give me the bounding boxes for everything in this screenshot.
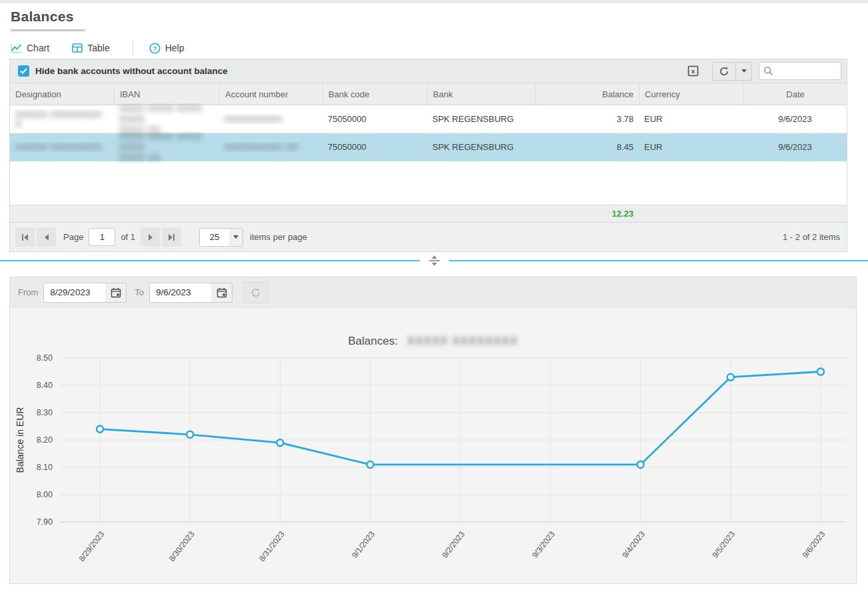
- excel-export-icon: x: [687, 65, 699, 77]
- hide-empty-accounts-checkbox[interactable]: [18, 65, 29, 77]
- page-size-value: 25: [200, 229, 229, 246]
- y-axis-tick-label: 8.00: [37, 490, 53, 499]
- splitter-line: [449, 260, 868, 261]
- currency-cell: EUR: [639, 142, 743, 152]
- page-label: Page: [63, 232, 83, 242]
- search-input[interactable]: [777, 66, 837, 76]
- table-row[interactable]: XXXXX XXXXXXXX X XXXX XXXX XXXX XXXX XXX…: [10, 105, 847, 133]
- page-size-select[interactable]: 25: [199, 228, 243, 247]
- grid-header-row: Designation IBAN Account number Bank cod…: [10, 83, 847, 105]
- page-number-input[interactable]: [89, 228, 115, 246]
- top-divider: [0, 0, 868, 3]
- refresh-options-button[interactable]: [735, 63, 751, 80]
- x-axis-tick-label: 9/6/2023: [801, 529, 827, 560]
- pager-info: 1 - 2 of 2 items: [783, 232, 840, 242]
- first-page-button[interactable]: [15, 227, 35, 247]
- calendar-icon: [111, 287, 121, 298]
- page-title: Balances: [11, 9, 74, 25]
- last-page-button[interactable]: [162, 227, 181, 247]
- balance-cell: 3.78: [535, 114, 639, 124]
- bank-code-cell: 75050000: [322, 114, 427, 124]
- column-header-iban[interactable]: IBAN: [114, 83, 219, 105]
- column-header-balance[interactable]: Balance: [535, 83, 639, 105]
- chart-data-point[interactable]: [187, 431, 193, 438]
- balance-sum: 12.23: [612, 209, 634, 219]
- date-cell: 9/6/2023: [743, 114, 847, 124]
- next-page-button[interactable]: [141, 227, 160, 247]
- refresh-grid-button[interactable]: [713, 63, 735, 80]
- previous-page-button[interactable]: [37, 227, 56, 247]
- from-date-picker: [43, 283, 127, 303]
- items-per-page-label: items per page: [250, 232, 307, 242]
- title-underline: [11, 29, 85, 31]
- from-date-input[interactable]: [44, 283, 105, 302]
- table-icon: [72, 43, 83, 53]
- x-axis-tick-label: 8/31/2023: [257, 529, 286, 563]
- y-axis-title: Balance in EUR: [15, 407, 25, 473]
- balances-grid-panel: Hide bank accounts without account balan…: [9, 59, 847, 252]
- chart-data-point[interactable]: [277, 439, 284, 446]
- grid-search-box: [759, 62, 841, 80]
- bank-cell: SPK REGENSBURG: [427, 142, 535, 152]
- column-header-currency[interactable]: Currency: [639, 83, 743, 105]
- chart-data-point[interactable]: [638, 461, 644, 468]
- chart-data-point[interactable]: [97, 426, 103, 433]
- hide-empty-accounts-label[interactable]: Hide bank accounts without account balan…: [35, 66, 228, 76]
- tab-help[interactable]: ? Help: [149, 43, 185, 54]
- search-icon: [763, 66, 773, 76]
- grid-sum-row: 12.23: [10, 205, 847, 223]
- column-header-designation[interactable]: Designation: [10, 83, 114, 105]
- iban-redacted-line1: XXXX XXXX XXXX XXXX: [119, 131, 214, 153]
- table-row-selected[interactable]: XXXXX XXXXXXXX XXXX XXXX XXXX XXXX XXXX …: [10, 133, 847, 161]
- line-chart-icon: [11, 43, 22, 53]
- column-header-bank[interactable]: Bank: [427, 83, 535, 105]
- export-excel-button[interactable]: x: [683, 63, 703, 80]
- to-date-picker: [149, 283, 232, 303]
- bank-cell: SPK REGENSBURG: [427, 114, 535, 124]
- tab-help-label: Help: [165, 43, 185, 53]
- splitter-line: [0, 260, 420, 261]
- svg-text:x: x: [691, 67, 695, 75]
- chevron-down-icon: [233, 235, 238, 239]
- x-axis-tick-label: 9/4/2023: [620, 529, 647, 560]
- panel-splitter: [0, 255, 868, 267]
- column-header-account-number[interactable]: Account number: [219, 83, 322, 105]
- currency-cell: EUR: [639, 114, 743, 124]
- splitter-handle[interactable]: [420, 255, 449, 266]
- column-header-bank-code[interactable]: Bank code: [322, 83, 427, 105]
- chart-data-point[interactable]: [367, 461, 374, 468]
- resize-up-icon: [432, 255, 437, 259]
- date-range-toolbar: From To: [10, 277, 856, 308]
- refresh-chart-button[interactable]: [243, 282, 268, 303]
- chart-data-point[interactable]: [817, 369, 824, 375]
- from-calendar-button[interactable]: [105, 283, 126, 302]
- tab-chart[interactable]: Chart: [11, 43, 49, 53]
- y-axis-tick-label: 7.90: [37, 517, 53, 527]
- balance-chart-panel: From To Balances: XXXXX XXXXXXXX: [9, 277, 857, 584]
- y-axis-tick-label: 8.10: [37, 463, 53, 472]
- tab-table[interactable]: Table: [72, 43, 109, 53]
- calendar-icon: [217, 287, 227, 298]
- grid-toolbar: Hide bank accounts without account balan…: [10, 59, 847, 83]
- balance-cell: 8.45: [535, 142, 639, 152]
- column-header-date[interactable]: Date: [743, 83, 847, 105]
- to-calendar-button[interactable]: [211, 283, 232, 302]
- iban-redacted-line1: XXXX XXXX XXXX XXXX: [119, 103, 214, 125]
- chart-title-account-redacted: XXXXX XXXXXXXX: [407, 335, 518, 347]
- account-number-redacted: XXXXXXXXX XX: [224, 142, 298, 152]
- balance-line-chart: 8.508.408.308.208.108.007.908/29/20238/3…: [10, 352, 856, 582]
- account-number-redacted: XXXXXXXXX: [224, 114, 282, 124]
- refresh-icon: [719, 66, 729, 77]
- y-axis-tick-label: 8.30: [37, 408, 53, 417]
- resize-down-icon: [432, 263, 437, 266]
- to-date-input[interactable]: [150, 283, 211, 302]
- y-axis-tick-label: 8.20: [37, 435, 53, 445]
- x-axis-tick-label: 9/1/2023: [350, 529, 376, 560]
- tab-table-label: Table: [87, 43, 109, 53]
- chart-data-point[interactable]: [727, 374, 734, 381]
- x-axis-tick-label: 9/5/2023: [710, 529, 737, 560]
- svg-text:?: ?: [153, 45, 157, 52]
- y-axis-tick-label: 8.40: [37, 381, 53, 390]
- x-axis-tick-label: 8/29/2023: [77, 529, 106, 563]
- x-axis-tick-label: 9/3/2023: [530, 529, 557, 560]
